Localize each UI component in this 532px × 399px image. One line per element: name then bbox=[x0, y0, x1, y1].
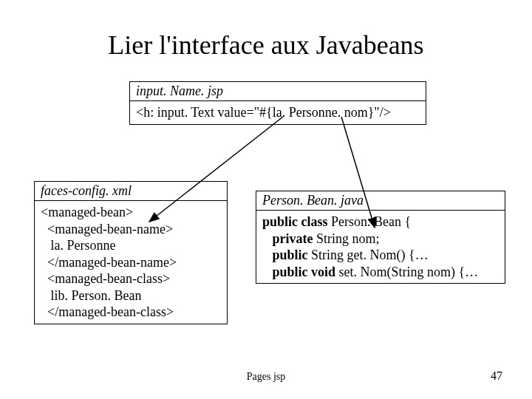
box-person-bean-header: Person. Bean. java bbox=[256, 191, 505, 211]
box-person-bean-body: public class Person. Bean { private Stri… bbox=[256, 211, 505, 283]
box-person-bean: Person. Bean. java public class Person. … bbox=[256, 191, 505, 284]
footer-page-number: 47 bbox=[491, 369, 502, 383]
box-input-jsp-header: input. Name. jsp bbox=[130, 82, 426, 101]
footer-center: Pages jsp bbox=[0, 371, 532, 383]
box-input-jsp-body: <h: input. Text value="#{la. Personne. n… bbox=[130, 101, 426, 124]
slide-title: Lier l'interface aux Javabeans bbox=[0, 30, 532, 61]
box-faces-config-header: faces-config. xml bbox=[35, 182, 227, 201]
box-faces-config: faces-config. xml <managed-bean> <manage… bbox=[34, 181, 228, 324]
box-input-jsp: input. Name. jsp <h: input. Text value="… bbox=[129, 81, 426, 125]
box-faces-config-body: <managed-bean> <managed-bean-name> la. P… bbox=[35, 201, 227, 324]
